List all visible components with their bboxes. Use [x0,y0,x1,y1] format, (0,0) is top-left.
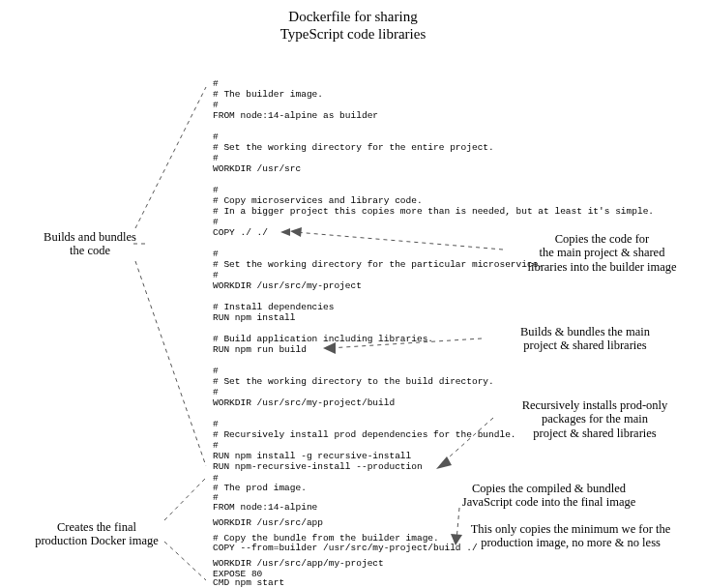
svg-line-1 [135,261,206,466]
svg-marker-12 [451,534,462,545]
svg-marker-8 [323,342,336,354]
arrows-overlay [0,0,706,588]
svg-line-7 [329,338,482,348]
svg-line-9 [440,418,493,465]
svg-marker-13 [280,228,290,236]
svg-marker-10 [436,456,452,469]
svg-marker-6 [290,227,302,237]
svg-line-3 [164,478,206,520]
svg-line-5 [295,232,503,250]
svg-line-0 [135,87,206,228]
svg-line-4 [164,542,206,580]
